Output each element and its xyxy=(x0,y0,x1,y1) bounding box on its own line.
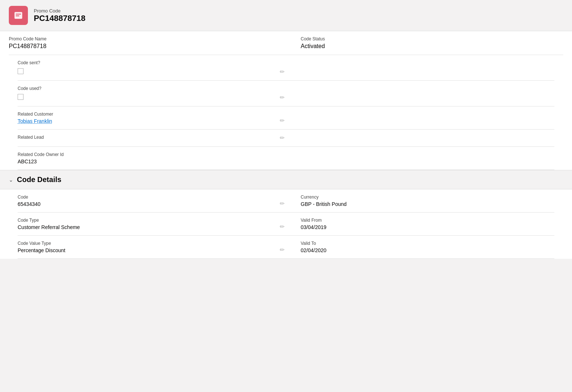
related-customer-label: Related Customer xyxy=(18,112,271,117)
currency-cell: Currency GBP - British Pound xyxy=(286,189,554,213)
promo-name-row: Promo Code Name PC148878718 Code Status … xyxy=(9,31,563,55)
code-value-type-edit-icon[interactable]: ✏ xyxy=(280,246,285,253)
code-type-value: Customer Referral Scheme xyxy=(18,224,271,230)
related-code-owner-label: Related Code Owner Id xyxy=(18,152,271,157)
empty-cell-3 xyxy=(286,106,554,130)
code-type-edit-icon[interactable]: ✏ xyxy=(280,223,285,230)
empty-cell-1 xyxy=(286,55,554,81)
related-lead-edit-icon[interactable]: ✏ xyxy=(280,134,285,141)
related-code-owner-cell: Related Code Owner Id ABC123 xyxy=(18,147,286,170)
code-value: 65434340 xyxy=(18,201,271,207)
code-details-header[interactable]: ⌄ Code Details xyxy=(0,170,572,189)
code-value-type-value: Percentage Discount xyxy=(18,247,271,253)
page-subtitle: Promo Code xyxy=(34,8,86,14)
related-lead-label: Related Lead xyxy=(18,135,271,140)
empty-cell-2 xyxy=(286,81,554,106)
valid-to-value: 02/04/2020 xyxy=(301,247,554,253)
code-value-type-cell: Code Value Type Percentage Discount ✏ xyxy=(18,236,286,259)
code-details-title: Code Details xyxy=(17,175,61,184)
svg-rect-2 xyxy=(16,15,19,16)
related-customer-edit-icon[interactable]: ✏ xyxy=(280,117,285,124)
currency-label: Currency xyxy=(301,195,554,200)
related-customer-value[interactable]: Tobias Franklin xyxy=(18,118,271,124)
code-details-section: Code 65434340 ✏ Currency GBP - British P… xyxy=(0,189,572,259)
code-cell: Code 65434340 ✏ xyxy=(18,189,286,213)
code-value-type-label: Code Value Type xyxy=(18,241,271,246)
valid-to-cell: Valid To 02/04/2020 xyxy=(286,236,554,259)
page-header: Promo Code PC148878718 xyxy=(0,0,572,31)
code-sent-edit-icon[interactable]: ✏ xyxy=(280,68,285,75)
promo-info-section: Promo Code Name PC148878718 Code Status … xyxy=(0,31,572,170)
code-status-label: Code Status xyxy=(301,36,563,41)
related-lead-cell: Related Lead ✏ xyxy=(18,130,286,147)
code-used-cell: Code used? ✏ xyxy=(18,81,286,106)
code-used-label: Code used? xyxy=(18,86,271,91)
promo-fields-grid: Code sent? ✏ Code used? ✏ Related Custom… xyxy=(9,55,563,170)
code-status-cell: Code Status Activated xyxy=(286,31,563,55)
code-label: Code xyxy=(18,195,271,200)
currency-value: GBP - British Pound xyxy=(301,201,554,207)
promo-name-cell: Promo Code Name PC148878718 xyxy=(9,31,286,55)
app-icon xyxy=(9,6,28,25)
chevron-down-icon: ⌄ xyxy=(9,177,13,183)
code-sent-checkbox[interactable] xyxy=(18,68,23,74)
header-text: Promo Code PC148878718 xyxy=(34,8,86,23)
promo-code-icon xyxy=(13,10,23,21)
code-status-value: Activated xyxy=(301,43,563,50)
code-used-edit-icon[interactable]: ✏ xyxy=(280,94,285,101)
valid-from-value: 03/04/2019 xyxy=(301,224,554,230)
valid-from-cell: Valid From 03/04/2019 xyxy=(286,213,554,236)
code-used-checkbox[interactable] xyxy=(18,94,23,100)
promo-name-label: Promo Code Name xyxy=(9,36,286,41)
svg-rect-1 xyxy=(16,14,21,14)
valid-to-label: Valid To xyxy=(301,241,554,246)
related-code-owner-value: ABC123 xyxy=(18,159,271,164)
empty-cell-4 xyxy=(286,130,554,147)
code-details-grid: Code 65434340 ✏ Currency GBP - British P… xyxy=(9,189,563,259)
code-sent-cell: Code sent? ✏ xyxy=(18,55,286,81)
main-content: Promo Code Name PC148878718 Code Status … xyxy=(0,31,572,259)
code-type-cell: Code Type Customer Referral Scheme ✏ xyxy=(18,213,286,236)
valid-from-label: Valid From xyxy=(301,218,554,223)
empty-cell-5 xyxy=(286,147,554,170)
promo-name-value: PC148878718 xyxy=(9,43,286,50)
code-sent-label: Code sent? xyxy=(18,60,271,65)
code-type-label: Code Type xyxy=(18,218,271,223)
related-customer-cell: Related Customer Tobias Franklin ✏ xyxy=(18,106,286,130)
code-edit-icon[interactable]: ✏ xyxy=(280,200,285,207)
page-title: PC148878718 xyxy=(34,14,86,23)
